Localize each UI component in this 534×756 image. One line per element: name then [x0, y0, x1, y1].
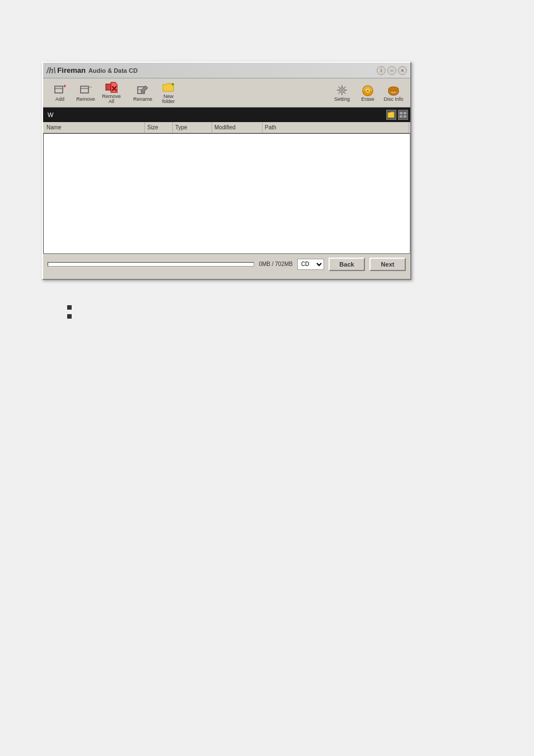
- svg-rect-31: [404, 112, 406, 114]
- bullet-item-1: [67, 305, 76, 310]
- svg-point-29: [388, 87, 399, 91]
- remove-icon: –: [79, 84, 92, 96]
- toolbar-right: Setting Erase: [330, 82, 406, 104]
- svg-rect-1: [55, 86, 63, 88]
- title-bar-left: /h\ Fireman Audio & Data CD: [46, 66, 138, 75]
- file-list[interactable]: [43, 133, 410, 254]
- col-header-size[interactable]: Size: [145, 122, 173, 133]
- disc-info-button[interactable]: Disc Info: [381, 82, 406, 104]
- title-bar: /h\ Fireman Audio & Data CD i – ×: [43, 63, 410, 78]
- remove-button[interactable]: – Remove: [73, 82, 98, 104]
- view-icon[interactable]: [398, 110, 408, 120]
- footer-bar: 0MB / 702MB CD DVD BD Back Next: [43, 254, 410, 274]
- close-button[interactable]: ×: [398, 66, 407, 75]
- svg-marker-7: [111, 82, 118, 92]
- disc-info-label: Disc Info: [383, 97, 403, 102]
- erase-label: Erase: [361, 97, 374, 102]
- svg-text:–: –: [89, 85, 92, 90]
- bullet-list: [67, 305, 76, 323]
- svg-line-22: [339, 92, 340, 94]
- remove-all-label: Remove All: [101, 94, 122, 104]
- folder-browse-icon[interactable]: [386, 110, 396, 120]
- disc-info-icon: [387, 84, 400, 96]
- svg-rect-32: [400, 115, 402, 118]
- setting-icon: [335, 84, 349, 96]
- erase-button[interactable]: Erase: [355, 82, 380, 104]
- app-subtitle: Audio & Data CD: [88, 67, 138, 74]
- svg-text:+: +: [171, 82, 174, 87]
- col-header-modified[interactable]: Modified: [212, 122, 263, 133]
- remove-label: Remove: [76, 97, 95, 102]
- title-bar-buttons: i – ×: [377, 66, 407, 75]
- back-button[interactable]: Back: [329, 258, 365, 271]
- toolbar: + Add – Remove: [43, 78, 410, 108]
- rename-label: Rename: [133, 97, 152, 102]
- app-logo: /h\ Fireman Audio & Data CD: [46, 66, 138, 75]
- rename-button[interactable]: Rename: [130, 82, 155, 104]
- add-button[interactable]: + Add: [48, 82, 72, 104]
- svg-rect-4: [81, 86, 88, 88]
- new-folder-label: New folder: [158, 94, 179, 104]
- logo-slash-icon: /h\: [46, 66, 55, 75]
- setting-button[interactable]: Setting: [330, 82, 354, 104]
- erase-icon: [361, 84, 374, 96]
- new-folder-icon: +: [162, 81, 175, 94]
- remove-all-button[interactable]: Remove All: [99, 80, 124, 106]
- app-name: Fireman: [57, 66, 86, 74]
- rename-icon: [136, 84, 149, 96]
- toolbar-group-files: + Add – Remove: [48, 80, 124, 106]
- bullet-icon-1: [67, 305, 72, 310]
- svg-text:+: +: [63, 85, 66, 89]
- svg-rect-33: [404, 115, 406, 118]
- progress-bar: [48, 262, 254, 267]
- add-icon: +: [53, 84, 67, 96]
- col-header-name[interactable]: Name: [44, 122, 145, 133]
- svg-rect-30: [400, 112, 402, 114]
- add-label: Add: [55, 97, 64, 102]
- svg-point-14: [341, 89, 343, 91]
- setting-label: Setting: [334, 97, 350, 102]
- remove-all-icon: [105, 81, 118, 94]
- application-window: /h\ Fireman Audio & Data CD i – × +: [42, 62, 411, 280]
- col-header-path[interactable]: Path: [263, 122, 409, 133]
- new-folder-button[interactable]: + New folder: [156, 80, 181, 106]
- info-button[interactable]: i: [377, 66, 386, 75]
- svg-line-21: [344, 86, 346, 88]
- bullet-icon-2: [67, 314, 72, 319]
- svg-line-19: [339, 86, 340, 88]
- toolbar-group-edit: Rename + New folder: [130, 80, 181, 106]
- svg-line-20: [344, 92, 346, 94]
- bullet-item-2: [67, 314, 76, 319]
- next-button[interactable]: Next: [369, 258, 406, 271]
- capacity-text: 0MB / 702MB: [259, 261, 293, 267]
- column-headers: Name Size Type Modified Path: [43, 122, 410, 133]
- minimize-button[interactable]: –: [387, 66, 396, 75]
- disc-type-select[interactable]: CD DVD BD: [297, 259, 324, 270]
- col-header-type[interactable]: Type: [173, 122, 212, 133]
- address-bar: [43, 108, 410, 122]
- address-icons: [386, 110, 408, 120]
- address-input[interactable]: [45, 109, 383, 120]
